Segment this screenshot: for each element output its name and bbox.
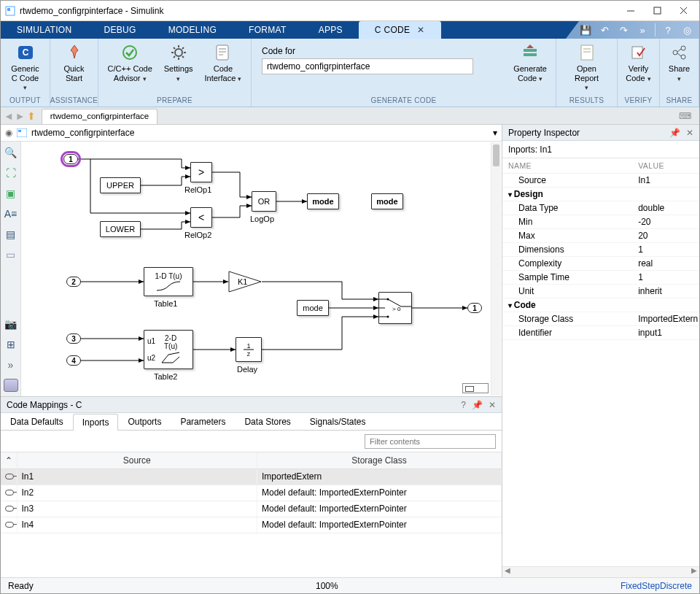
- zoom-level[interactable]: 100%: [316, 581, 338, 591]
- cm-tab-outports[interactable]: Outports: [118, 413, 171, 430]
- from-mode-block[interactable]: mode: [297, 300, 329, 316]
- undo-icon[interactable]: ↶: [598, 23, 611, 36]
- canvas-navigator-icon[interactable]: [462, 383, 489, 393]
- hierarchy-icon[interactable]: ◉: [5, 128, 12, 138]
- gain-k1-block[interactable]: K1: [228, 271, 262, 293]
- table-row[interactable]: In4 Model default: ImportedExternPointer: [1, 517, 502, 533]
- codemap-filter-input[interactable]: [365, 434, 496, 449]
- tab-format[interactable]: FORMAT: [233, 21, 303, 39]
- tab-simulation[interactable]: SIMULATION: [1, 21, 88, 39]
- inport-2-block[interactable]: 2: [66, 277, 81, 287]
- inspector-close-icon[interactable]: ✕: [686, 128, 693, 138]
- keyboard-icon[interactable]: ⌨: [679, 111, 696, 121]
- open-report-button[interactable]: Open Report▾: [559, 42, 614, 93]
- table-row[interactable]: In3 Model default: ImportedExternPointer: [1, 501, 502, 517]
- col-expand[interactable]: ⌃: [1, 452, 17, 468]
- close-button[interactable]: [670, 1, 696, 20]
- annotation-text-icon[interactable]: A≡: [4, 207, 18, 220]
- tab-debug[interactable]: DEBUG: [88, 21, 152, 39]
- nav-fwd-icon[interactable]: ►: [15, 110, 26, 122]
- inport-3-block[interactable]: 3: [66, 333, 81, 344]
- prop-row[interactable]: Min-20: [502, 215, 699, 228]
- canvas[interactable]: 1 2 3 4 1 UPPER LOWER > RelOp1 < RelOp2 …: [21, 142, 502, 396]
- table-row[interactable]: In2 Model default: ImportedExternPointer: [1, 485, 502, 501]
- relop2-block[interactable]: <: [190, 207, 212, 228]
- relop1-block[interactable]: >: [190, 162, 212, 182]
- area-icon[interactable]: ▭: [4, 248, 18, 261]
- tab-modeling[interactable]: MODELING: [152, 21, 233, 39]
- zoom-icon[interactable]: 🔍: [4, 146, 18, 159]
- table-row[interactable]: In1 ImportedExtern: [1, 468, 502, 485]
- codemap-help-icon[interactable]: ?: [461, 400, 466, 410]
- cm-tab-datastores[interactable]: Data Stores: [235, 413, 300, 430]
- display-mode-block[interactable]: mode: [371, 193, 403, 209]
- inspector-hscroll[interactable]: [502, 566, 699, 577]
- settings-button[interactable]: Settings▾: [158, 42, 199, 84]
- switch-block[interactable]: > 0: [378, 292, 412, 324]
- inport-4-block[interactable]: 4: [66, 355, 81, 366]
- cm-tab-signals[interactable]: Signals/States: [300, 413, 376, 430]
- prop-group[interactable]: Code: [502, 298, 699, 312]
- cm-tab-inports[interactable]: Inports: [73, 414, 119, 431]
- nav-back-icon[interactable]: ◄: [4, 110, 14, 122]
- redo-icon[interactable]: ↷: [617, 23, 630, 36]
- col-storageclass[interactable]: Storage Class: [257, 452, 502, 468]
- generate-code-button[interactable]: GenerateCode ▾: [508, 42, 553, 84]
- codemap-pin-icon[interactable]: 📌: [472, 400, 483, 410]
- upper-block[interactable]: UPPER: [100, 177, 141, 193]
- table1-block[interactable]: 1-D T(u): [144, 267, 193, 296]
- prop-group[interactable]: Design: [502, 187, 699, 201]
- maximize-button[interactable]: [644, 1, 670, 20]
- minimize-button[interactable]: [618, 1, 644, 20]
- lower-block[interactable]: LOWER: [100, 221, 141, 237]
- bird-eye-icon[interactable]: ⊞: [4, 338, 18, 351]
- cm-tab-parameters[interactable]: Parameters: [171, 413, 235, 430]
- nav-up-icon[interactable]: ⬆: [27, 110, 36, 122]
- outport-1-block[interactable]: 1: [467, 303, 482, 313]
- quick-start-button[interactable]: QuickStart: [55, 42, 93, 84]
- code-advisor-button[interactable]: C/C++ CodeAdvisor ▾: [102, 42, 158, 84]
- canvas-vscroll[interactable]: [491, 142, 501, 396]
- target-icon[interactable]: ◎: [680, 23, 693, 36]
- delay-block[interactable]: 1z: [236, 337, 262, 362]
- solver-label[interactable]: FixedStepDiscrete: [621, 581, 692, 591]
- tab-ccode[interactable]: C CODE✕: [359, 21, 441, 39]
- share-button[interactable]: Share▾: [661, 42, 699, 84]
- col-source[interactable]: Source: [17, 452, 257, 468]
- help-icon[interactable]: ?: [661, 23, 674, 36]
- prop-row[interactable]: Dimensions1: [502, 242, 699, 256]
- prop-row[interactable]: Complexityreal: [502, 256, 699, 270]
- codefor-input[interactable]: [262, 58, 473, 74]
- fit-icon[interactable]: ⛶: [4, 166, 18, 180]
- cm-tab-datadefaults[interactable]: Data Defaults: [1, 413, 73, 430]
- prop-row[interactable]: Sample Time1: [502, 270, 699, 284]
- prop-row[interactable]: Storage ClassImportedExtern: [502, 312, 699, 325]
- code-interface-button[interactable]: CodeInterface ▾: [199, 42, 248, 84]
- model-tab[interactable]: rtwdemo_configrpinterface: [42, 109, 158, 124]
- inport-1-block[interactable]: 1: [63, 154, 78, 164]
- model-data-icon[interactable]: [4, 379, 18, 392]
- annotate-icon[interactable]: ▣: [4, 187, 18, 200]
- svg-text:K1: K1: [238, 277, 247, 286]
- inspector-pin-icon[interactable]: 📌: [669, 128, 680, 138]
- prop-row[interactable]: Max20: [502, 228, 699, 242]
- prop-row[interactable]: Data Typedouble: [502, 201, 699, 215]
- goto-mode-block[interactable]: mode: [307, 193, 339, 209]
- canvas-path-dropdown-icon[interactable]: ▾: [493, 128, 497, 138]
- prop-row[interactable]: SourceIn1: [502, 173, 699, 187]
- screenshot-icon[interactable]: 📷: [4, 317, 18, 331]
- tab-apps[interactable]: APPS: [303, 21, 359, 39]
- verify-code-button[interactable]: VerifyCode ▾: [620, 42, 658, 84]
- save-icon[interactable]: 💾: [579, 23, 592, 36]
- expand-qat-icon[interactable]: »: [636, 23, 649, 36]
- codemap-close-icon[interactable]: ✕: [489, 400, 496, 410]
- close-ccode-tab-icon[interactable]: ✕: [417, 25, 424, 35]
- canvas-path[interactable]: rtwdemo_configrpinterface: [31, 128, 134, 138]
- image-icon[interactable]: ▤: [4, 228, 18, 241]
- prop-row[interactable]: Identifierinput1: [502, 325, 699, 339]
- expand-sidebar-icon[interactable]: »: [4, 358, 18, 371]
- prop-row[interactable]: Unitinherit: [502, 284, 699, 298]
- logop-block[interactable]: OR: [252, 191, 276, 212]
- generic-c-code-button[interactable]: C GenericC Code ▾: [4, 42, 47, 93]
- table2-block[interactable]: u1u2 2-D T(u): [144, 330, 193, 369]
